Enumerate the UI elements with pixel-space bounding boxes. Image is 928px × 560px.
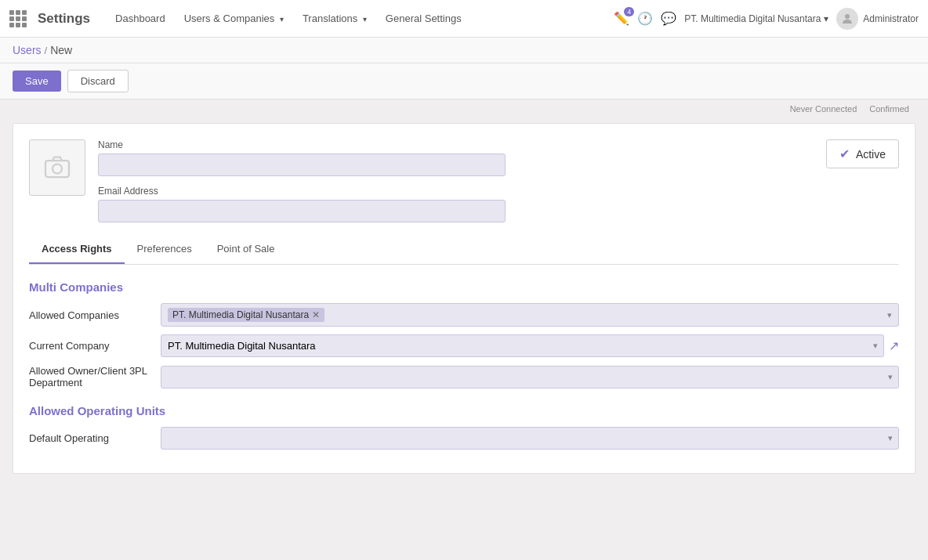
nav-dashboard[interactable]: Dashboard [109, 9, 172, 27]
remove-company-tag[interactable]: ✕ [312, 309, 320, 320]
camera-icon [43, 154, 71, 182]
email-input[interactable] [98, 200, 506, 222]
allowed-owner-row: Allowed Owner/Client 3PL Department ▾ [29, 365, 899, 388]
breadcrumb-parent[interactable]: Users [13, 44, 42, 56]
company-selector[interactable]: PT. Multimedia Digital Nusantara ▾ [684, 13, 828, 24]
current-company-select[interactable]: PT. Multimedia Digital Nusantara [161, 334, 884, 357]
breadcrumb-current: New [50, 44, 72, 56]
allowed-companies-label: Allowed Companies [29, 309, 154, 321]
allowed-owner-control: ▾ [161, 366, 899, 388]
active-checkmark-icon: ✔ [839, 146, 850, 161]
company-tag: PT. Multimedia Digital Nusantara ✕ [168, 308, 324, 322]
form-card: ✔ Active Name Email Address Access Right… [13, 123, 915, 474]
grid-menu-icon[interactable] [9, 10, 27, 27]
name-input[interactable] [98, 154, 506, 176]
action-bar: Save Discard [0, 63, 928, 99]
current-company-control: PT. Multimedia Digital Nusantara ▾ ↗ [161, 334, 899, 357]
app-title: Settings [38, 11, 90, 27]
notification-badge: 4 [624, 7, 634, 16]
allowed-companies-input[interactable]: PT. Multimedia Digital Nusantara ✕ ▾ [161, 303, 899, 327]
current-company-external-link[interactable]: ↗ [889, 338, 899, 353]
active-label: Active [856, 148, 886, 161]
confirmed-status: Confirmed [869, 104, 909, 117]
svg-point-2 [53, 164, 62, 174]
allowed-operating-units-title: Allowed Operating Units [29, 404, 899, 417]
nav-icons: ✏️ 4 🕐 💬 PT. Multimedia Digital Nusantar… [614, 8, 919, 30]
edit-icon[interactable]: ✏️ 4 [614, 11, 629, 26]
chat-icon[interactable]: 💬 [661, 11, 676, 26]
svg-rect-1 [45, 161, 69, 177]
svg-point-0 [845, 14, 850, 19]
admin-menu[interactable]: Administrator [836, 8, 919, 30]
tab-access-rights[interactable]: Access Rights [29, 235, 125, 264]
tabs: Access Rights Preferences Point of Sale [29, 235, 899, 265]
email-label: Email Address [98, 186, 899, 197]
breadcrumb-separator: / [45, 45, 48, 56]
default-operating-control: ▾ [161, 427, 899, 450]
form-header: Name Email Address [29, 139, 899, 222]
nav-general-settings[interactable]: General Settings [379, 9, 468, 27]
name-label: Name [98, 139, 899, 150]
user-avatar-upload[interactable] [29, 139, 85, 196]
never-connected-status: Never Connected [790, 104, 857, 117]
name-email-fields: Name Email Address [98, 139, 899, 222]
discard-button[interactable]: Discard [67, 70, 129, 92]
default-operating-row: Default Operating ▾ [29, 427, 899, 450]
top-nav: Settings Dashboard Users & Companies ▾ T… [0, 0, 928, 38]
tab-point-of-sale[interactable]: Point of Sale [205, 235, 288, 264]
clock-icon[interactable]: 🕐 [637, 11, 653, 26]
breadcrumb: Users / New [0, 38, 928, 63]
users-companies-caret: ▾ [280, 15, 284, 23]
tab-preferences[interactable]: Preferences [125, 235, 205, 264]
nav-users-companies[interactable]: Users & Companies ▾ [178, 9, 290, 27]
allowed-owner-label: Allowed Owner/Client 3PL Department [29, 365, 154, 388]
company-caret: ▾ [824, 13, 828, 24]
allowed-owner-select[interactable] [161, 366, 899, 388]
current-company-label: Current Company [29, 340, 154, 352]
save-button[interactable]: Save [13, 70, 61, 92]
allowed-companies-row: Allowed Companies PT. Multimedia Digital… [29, 303, 899, 327]
multi-companies-title: Multi Companies [29, 280, 899, 294]
content-wrapper: ✔ Active Name Email Address Access Right… [0, 117, 928, 486]
allowed-companies-control: PT. Multimedia Digital Nusantara ✕ ▾ [161, 303, 899, 327]
default-operating-label: Default Operating [29, 432, 154, 444]
status-bar: Never Connected Confirmed [0, 99, 928, 117]
admin-avatar [836, 8, 858, 30]
active-toggle[interactable]: ✔ Active [826, 139, 899, 168]
nav-translations[interactable]: Translations ▾ [296, 9, 373, 27]
allowed-companies-caret: ▾ [887, 310, 892, 320]
current-company-row: Current Company PT. Multimedia Digital N… [29, 334, 899, 357]
translations-caret: ▾ [363, 15, 367, 23]
default-operating-select[interactable] [161, 427, 899, 450]
